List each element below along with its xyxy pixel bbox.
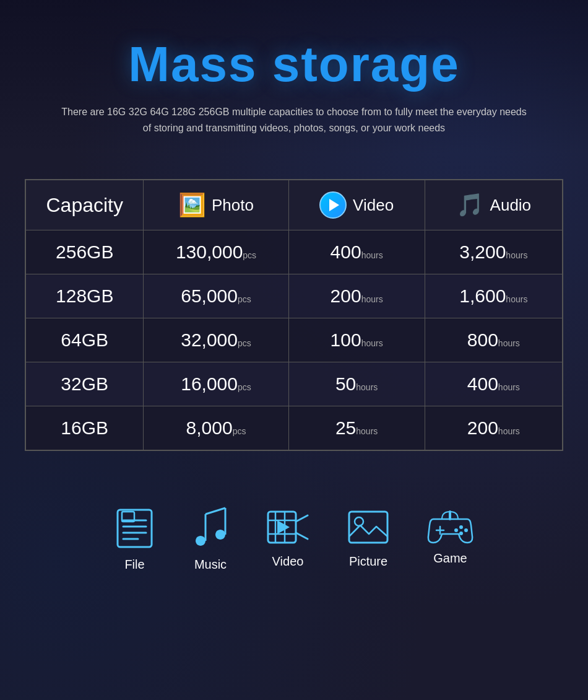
photo-value: 32,000 — [181, 330, 238, 350]
audio-value: 200 — [467, 418, 498, 438]
picture-icon — [347, 507, 390, 547]
photo-unit: pcs — [238, 338, 251, 348]
photo-cell: 32,000pcs — [144, 318, 288, 362]
video-value: 200 — [331, 286, 361, 306]
photo-unit: pcs — [238, 294, 251, 304]
storage-table-section: Capacity 🖼️ Photo Video — [0, 154, 588, 470]
video-unit: hours — [356, 426, 378, 436]
table-header-row: Capacity 🖼️ Photo Video — [25, 180, 563, 230]
bottom-icons-section: File Music — [0, 470, 588, 603]
header-audio: 🎵 Audio — [425, 180, 563, 230]
capacity-cell: 64GB — [25, 318, 144, 362]
svg-line-15 — [296, 515, 308, 522]
audio-cell: 1,600hours — [425, 274, 563, 318]
svg-marker-10 — [277, 520, 290, 534]
table-row: 32GB 16,000pcs 50hours 400hours — [25, 362, 563, 406]
photo-cell: 8,000pcs — [144, 406, 288, 451]
icon-item-picture: Picture — [347, 507, 390, 569]
picture-label: Picture — [349, 554, 387, 569]
table-row: 64GB 32,000pcs 100hours 800hours — [25, 318, 563, 362]
photo-value: 65,000 — [181, 286, 238, 306]
audio-unit: hours — [506, 250, 527, 260]
audio-unit: hours — [498, 426, 520, 436]
table-row: 16GB 8,000pcs 25hours 200hours — [25, 406, 563, 451]
audio-cell: 800hours — [425, 318, 563, 362]
header-audio-label: Audio — [490, 196, 532, 215]
photo-value: 130,000 — [176, 242, 243, 262]
svg-point-22 — [464, 528, 468, 532]
video-unit: hours — [361, 338, 383, 348]
photo-cell: 130,000pcs — [144, 230, 288, 274]
photo-cell: 65,000pcs — [144, 274, 288, 318]
video-value: 50 — [335, 374, 356, 394]
page-title: Mass storage — [37, 37, 551, 92]
photo-value: 16,000 — [181, 374, 238, 394]
video-value: 25 — [335, 418, 356, 438]
audio-unit: hours — [506, 294, 527, 304]
header-photo: 🖼️ Photo — [144, 180, 288, 230]
audio-header-icon: 🎵 — [456, 194, 484, 216]
icon-item-music: Music — [192, 507, 229, 572]
video-cell: 100hours — [288, 318, 425, 362]
photo-cell: 16,000pcs — [144, 362, 288, 406]
audio-value: 3,200 — [459, 242, 506, 262]
file-icon — [115, 507, 155, 550]
video-label: Video — [272, 554, 304, 569]
svg-point-24 — [459, 532, 463, 535]
hero-description: There are 16G 32G 64G 128G 256GB multipl… — [59, 104, 529, 136]
audio-cell: 3,200hours — [425, 230, 563, 274]
video-value: 100 — [331, 330, 361, 350]
header-video-label: Video — [353, 196, 394, 215]
svg-point-23 — [454, 528, 458, 532]
photo-header-icon: 🖼️ — [178, 191, 205, 219]
header-photo-label: Photo — [212, 196, 254, 215]
icon-item-video: Video — [266, 507, 309, 569]
icon-item-game: Game — [427, 507, 473, 566]
audio-cell: 200hours — [425, 406, 563, 451]
header-capacity: Capacity — [25, 180, 144, 230]
audio-value: 400 — [467, 374, 498, 394]
photo-unit: pcs — [238, 382, 251, 392]
table-row: 128GB 65,000pcs 200hours 1,600hours — [25, 274, 563, 318]
photo-unit: pcs — [233, 426, 246, 436]
video-cell: 50hours — [288, 362, 425, 406]
capacity-cell: 128GB — [25, 274, 144, 318]
video-cell: 400hours — [288, 230, 425, 274]
music-label: Music — [194, 558, 227, 572]
video-unit: hours — [361, 294, 383, 304]
svg-line-16 — [296, 533, 308, 539]
capacity-table: Capacity 🖼️ Photo Video — [25, 179, 563, 451]
video-unit: hours — [356, 382, 378, 392]
video-header-icon — [319, 191, 347, 219]
table-row: 256GB 130,000pcs 400hours 3,200hours — [25, 230, 563, 274]
video-value: 400 — [331, 242, 361, 262]
game-icon — [427, 507, 473, 544]
audio-unit: hours — [498, 382, 520, 392]
icon-item-file: File — [115, 507, 155, 572]
svg-point-18 — [355, 517, 363, 526]
audio-value: 1,600 — [459, 286, 506, 306]
video-icon-large — [266, 507, 309, 547]
svg-rect-17 — [349, 512, 387, 543]
svg-line-8 — [205, 508, 225, 514]
audio-cell: 400hours — [425, 362, 563, 406]
audio-value: 800 — [467, 330, 498, 350]
photo-value: 8,000 — [186, 418, 233, 438]
header-video: Video — [288, 180, 425, 230]
video-unit: hours — [361, 250, 383, 260]
video-cell: 200hours — [288, 274, 425, 318]
music-icon — [192, 507, 229, 550]
capacity-cell: 256GB — [25, 230, 144, 274]
video-cell: 25hours — [288, 406, 425, 451]
game-label: Game — [433, 551, 467, 566]
svg-point-21 — [459, 525, 463, 529]
hero-section: Mass storage There are 16G 32G 64G 128G … — [0, 0, 588, 154]
capacity-cell: 32GB — [25, 362, 144, 406]
audio-unit: hours — [498, 338, 520, 348]
file-label: File — [124, 558, 144, 572]
photo-unit: pcs — [243, 250, 256, 260]
capacity-cell: 16GB — [25, 406, 144, 451]
